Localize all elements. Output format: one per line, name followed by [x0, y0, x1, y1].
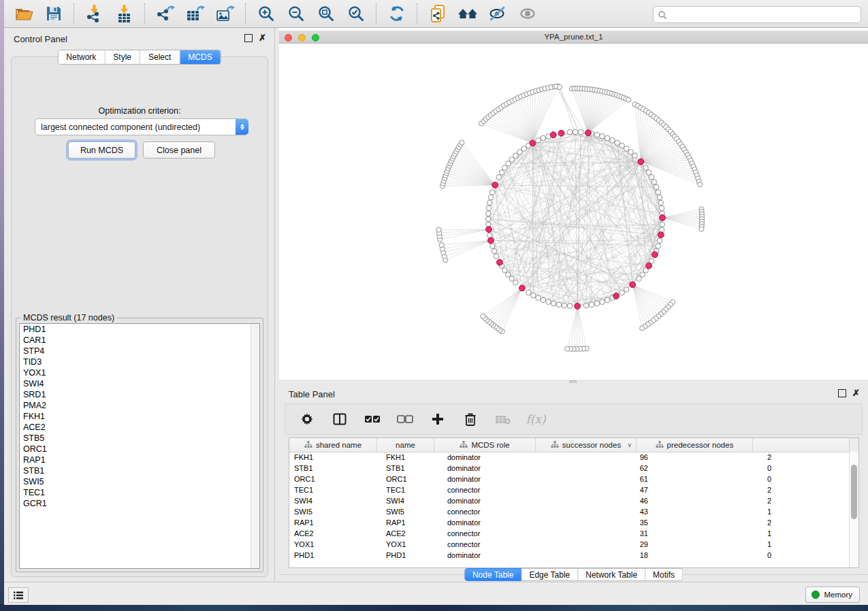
ring-node[interactable] — [656, 190, 661, 195]
tab-node-table[interactable]: Node Table — [464, 568, 522, 581]
mcds-hub-node[interactable] — [575, 303, 581, 310]
ring-node[interactable] — [489, 244, 495, 249]
cell-predecessor-nodes[interactable]: 2 — [656, 497, 779, 505]
mcds-list-scrollbar[interactable] — [251, 324, 259, 568]
ring-node[interactable] — [578, 129, 583, 135]
cell-shared-name[interactable]: SWI5 — [289, 508, 381, 516]
mcds-result-item[interactable]: RAP1 — [20, 455, 259, 465]
ring-node[interactable] — [643, 165, 649, 171]
task-history-button[interactable] — [8, 587, 29, 603]
ring-node[interactable] — [567, 303, 573, 309]
column-header-successor-nodes[interactable]: successor nodes∨ — [536, 438, 637, 452]
tab-network-table[interactable]: Network Table — [578, 568, 645, 581]
mcds-hub-node[interactable] — [658, 232, 664, 238]
table-row-FKH1[interactable]: FKH1FKH1dominator962 — [289, 452, 850, 463]
mcds-result-item[interactable]: PHD1 — [20, 324, 259, 335]
mcds-result-item[interactable]: TID3 — [20, 357, 259, 367]
ring-node[interactable] — [486, 205, 492, 211]
tab-motifs[interactable]: Motifs — [645, 568, 683, 581]
mcds-hub-node[interactable] — [613, 293, 620, 299]
table-row-YOX1[interactable]: YOX1YOX1connector291 — [289, 539, 850, 550]
ring-node[interactable] — [624, 287, 629, 293]
ring-node[interactable] — [600, 299, 605, 305]
select-all-icon[interactable] — [363, 410, 382, 429]
cell-MCDS-role[interactable]: connector — [443, 540, 548, 548]
mcds-result-item[interactable]: TEC1 — [20, 487, 259, 498]
ring-node[interactable] — [646, 170, 652, 176]
cell-shared-name[interactable]: FKH1 — [289, 453, 381, 461]
table-options-gear-icon[interactable] — [298, 410, 317, 429]
ring-node[interactable] — [605, 297, 610, 303]
close-panel-icon[interactable]: ✗ — [259, 35, 266, 42]
float-window-icon[interactable] — [244, 34, 253, 42]
cell-name[interactable]: RAP1 — [381, 518, 443, 527]
ring-node[interactable] — [502, 165, 508, 171]
cell-MCDS-role[interactable]: dominator — [443, 464, 548, 472]
zoom-selected-icon[interactable] — [346, 3, 366, 24]
mcds-result-item[interactable]: ACE2 — [20, 422, 259, 433]
column-panel-icon[interactable] — [330, 410, 349, 429]
mcds-hub-node[interactable] — [550, 132, 556, 138]
ring-node[interactable] — [502, 267, 508, 273]
mcds-hub-node[interactable] — [492, 182, 498, 188]
table-scrollbar[interactable] — [849, 452, 858, 567]
tab-network[interactable]: Network — [58, 50, 105, 64]
cell-successor-nodes[interactable]: 47 — [548, 486, 656, 494]
ring-node[interactable] — [526, 290, 532, 295]
cell-successor-nodes[interactable]: 29 — [548, 540, 656, 548]
ring-node[interactable] — [620, 143, 625, 148]
ring-node[interactable] — [657, 195, 662, 200]
ring-node[interactable] — [567, 129, 573, 135]
ring-node[interactable] — [531, 293, 536, 298]
open-folder-icon[interactable] — [14, 3, 34, 24]
mcds-hub-node[interactable] — [488, 237, 494, 244]
ring-node[interactable] — [562, 303, 567, 308]
cell-shared-name[interactable]: TEC1 — [289, 486, 381, 494]
mcds-hub-node[interactable] — [519, 285, 526, 291]
ring-node[interactable] — [658, 200, 664, 205]
cell-shared-name[interactable]: SWI4 — [289, 497, 381, 505]
mcds-hub-node[interactable] — [638, 159, 644, 165]
cell-name[interactable]: SWI4 — [381, 497, 443, 505]
export-image-icon[interactable] — [215, 3, 236, 24]
mcds-hub-node[interactable] — [558, 130, 564, 136]
column-header-MCDS-role[interactable]: MCDS role — [434, 438, 536, 452]
leaf-node[interactable] — [626, 97, 630, 102]
mcds-hub-node[interactable] — [652, 252, 658, 258]
delete-row-icon[interactable] — [461, 410, 480, 429]
cell-name[interactable]: YOX1 — [381, 540, 443, 548]
mcds-result-item[interactable]: PMA2 — [20, 400, 259, 411]
cell-predecessor-nodes[interactable]: 1 — [656, 529, 779, 538]
table-row-ORC1[interactable]: ORC1ORC1dominator610 — [289, 474, 850, 484]
network-canvas[interactable] — [279, 44, 868, 380]
leaf-node[interactable] — [565, 346, 570, 351]
column-header-shared-name[interactable]: shared name — [289, 438, 377, 452]
mcds-hub-node[interactable] — [646, 263, 652, 269]
mcds-result-item[interactable]: STB1 — [20, 465, 259, 476]
save-session-icon[interactable] — [44, 3, 64, 24]
tab-edge-table[interactable]: Edge Table — [521, 568, 578, 581]
leaf-node[interactable] — [481, 314, 485, 318]
ring-node[interactable] — [541, 297, 546, 303]
ring-node[interactable] — [594, 132, 600, 137]
cell-successor-nodes[interactable]: 43 — [548, 508, 656, 516]
ring-node[interactable] — [657, 238, 662, 244]
cell-MCDS-role[interactable]: dominator — [443, 475, 548, 483]
cell-name[interactable]: SWI5 — [381, 508, 443, 516]
mcds-result-item[interactable]: STP4 — [20, 346, 259, 357]
ring-node[interactable] — [615, 140, 620, 146]
ring-node[interactable] — [546, 299, 551, 305]
cell-predecessor-nodes[interactable]: 2 — [656, 518, 779, 527]
leaf-node[interactable] — [557, 84, 562, 89]
ring-node[interactable] — [496, 175, 502, 180]
cell-successor-nodes[interactable]: 18 — [548, 551, 656, 559]
table-row-PHD1[interactable]: PHD1PHD1dominator180 — [289, 550, 850, 561]
cell-successor-nodes[interactable]: 35 — [548, 518, 656, 527]
cell-successor-nodes[interactable]: 46 — [548, 497, 656, 505]
cell-predecessor-nodes[interactable]: 0 — [656, 475, 779, 483]
cell-predecessor-nodes[interactable]: 1 — [656, 508, 779, 516]
search-field[interactable] — [653, 6, 861, 23]
apply-layout-icon[interactable] — [387, 3, 407, 24]
ring-node[interactable] — [656, 244, 661, 249]
cell-shared-name[interactable]: YOX1 — [289, 540, 381, 548]
